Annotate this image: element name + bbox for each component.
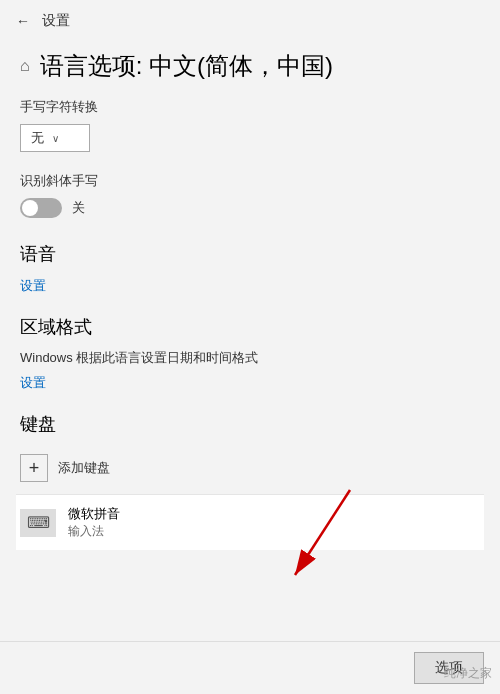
watermark-text: 纯净之家 [444,665,492,682]
content-area: 手写字符转换 无 ∨ 识别斜体手写 关 语音 设置 区域格式 Windows 根… [0,98,500,550]
handwriting-dropdown[interactable]: 无 ∨ [20,124,90,152]
region-description: Windows 根据此语言设置日期和时间格式 [20,349,480,367]
add-keyboard-row: + 添加键盘 [20,446,480,490]
keyboard-item[interactable]: ⌨ 微软拼音 输入法 [16,494,484,550]
dropdown-value: 无 [31,129,44,147]
toggle-state-text: 关 [72,199,85,217]
keyboard-section: 键盘 + 添加键盘 ⌨ 微软拼音 输入法 [20,412,480,550]
keyboard-info: 微软拼音 输入法 [68,505,480,540]
handwriting-label: 手写字符转换 [20,98,480,116]
toggle-knob [22,200,38,216]
chevron-down-icon: ∨ [52,133,59,144]
watermark: 纯净之家 [444,665,492,682]
keyboard-item-icon: ⌨ [20,509,56,537]
bottom-bar: 选项 [0,641,500,694]
region-settings-link[interactable]: 设置 [20,375,46,390]
top-bar: ← 设置 [0,0,500,42]
add-keyboard-button[interactable]: + [20,454,48,482]
italic-handwriting-toggle[interactable] [20,198,62,218]
region-title: 区域格式 [20,315,480,339]
voice-settings-link[interactable]: 设置 [20,278,46,293]
keyboard-title: 键盘 [20,412,480,436]
italic-handwriting-section: 识别斜体手写 关 [20,172,480,218]
toggle-row: 关 [20,198,480,218]
voice-section: 语音 设置 [20,242,480,295]
italic-handwriting-label: 识别斜体手写 [20,172,480,190]
home-icon: ⌂ [20,57,30,75]
back-button[interactable]: ← [16,13,30,29]
voice-title: 语音 [20,242,480,266]
plus-icon: + [29,458,40,479]
handwriting-section: 手写字符转换 无 ∨ [20,98,480,152]
page-header: ⌂ 语言选项: 中文(简体，中国) [0,42,500,98]
add-keyboard-label: 添加键盘 [58,459,110,477]
keyboard-type: 输入法 [68,523,480,540]
top-bar-title: 设置 [42,12,70,30]
keyboard-name: 微软拼音 [68,505,480,523]
page-title: 语言选项: 中文(简体，中国) [40,50,333,82]
region-section: 区域格式 Windows 根据此语言设置日期和时间格式 设置 [20,315,480,392]
